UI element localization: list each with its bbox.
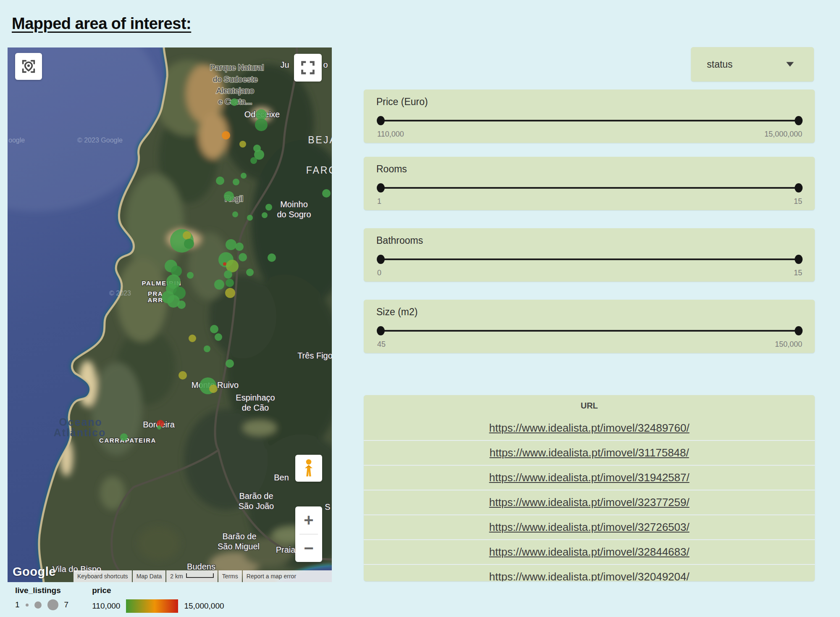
url-link[interactable]: https://www.idealista.pt/imovel/32489760…	[489, 422, 690, 435]
listing-dot[interactable]	[239, 141, 246, 148]
listing-dot[interactable]	[120, 433, 128, 441]
listing-dot[interactable]	[241, 173, 247, 179]
map-label: © 2023 Google	[77, 137, 123, 144]
url-link[interactable]: https://www.idealista.pt/imovel/32844683…	[489, 546, 690, 559]
listing-dot[interactable]	[215, 333, 222, 341]
size-range-slider[interactable]	[381, 330, 799, 332]
size-legend-min: 1	[15, 600, 20, 609]
size-slider-min-handle[interactable]	[377, 326, 385, 335]
google-logo[interactable]: Google	[13, 565, 56, 579]
bathrooms-range-slider[interactable]	[381, 258, 799, 260]
url-link[interactable]: https://www.idealista.pt/imovel/32726503…	[489, 521, 690, 534]
listing-dot[interactable]	[222, 131, 230, 140]
size-max-value: 150,000	[775, 340, 802, 349]
listing-dot[interactable]	[246, 269, 254, 276]
terms-link[interactable]: Terms	[218, 570, 242, 582]
listing-dot[interactable]	[250, 157, 257, 164]
map-label: do Sudoeste	[213, 75, 258, 84]
url-column-header: URL	[364, 395, 815, 416]
rooms-slider-min-handle[interactable]	[377, 183, 385, 192]
map-label: São Miguel	[218, 542, 260, 551]
map-label: Ju	[280, 60, 289, 69]
listing-dot[interactable]	[226, 359, 234, 368]
size-legend-max: 7	[64, 600, 69, 609]
size-legend: live_listings 1 7	[15, 586, 68, 613]
listing-dot[interactable]	[235, 243, 244, 251]
price-filter-card: Price (Euro) 110,000 15,000,000	[364, 90, 815, 143]
fullscreen-button[interactable]	[294, 54, 322, 82]
map-label: Três Figo	[297, 351, 332, 360]
report-map-error-link[interactable]: Report a map error	[243, 570, 332, 582]
listing-dot[interactable]	[223, 262, 226, 266]
rooms-slider-max-handle[interactable]	[795, 183, 803, 192]
bathrooms-slider-min-handle[interactable]	[377, 255, 385, 264]
size-legend-title: live_listings	[15, 586, 68, 595]
rooms-range-slider[interactable]	[381, 187, 799, 189]
bathrooms-slider-max-handle[interactable]	[795, 255, 803, 264]
listing-dot[interactable]	[184, 239, 194, 249]
pegman-button[interactable]	[295, 455, 322, 482]
listing-dot[interactable]	[157, 425, 161, 430]
listing-dot[interactable]	[233, 179, 239, 185]
listing-dot[interactable]	[268, 253, 276, 262]
locate-button[interactable]	[15, 53, 42, 80]
listing-dot[interactable]	[216, 177, 224, 185]
locate-pin-icon	[20, 58, 37, 75]
status-dropdown[interactable]: status	[691, 47, 814, 82]
listing-dot[interactable]	[225, 288, 235, 298]
map-label: S	[325, 502, 330, 512]
table-row: https://www.idealista.pt/imovel/32726503…	[364, 514, 815, 539]
listing-dot[interactable]	[177, 301, 186, 309]
price-range-slider[interactable]	[381, 120, 799, 121]
listing-dot[interactable]	[262, 212, 268, 218]
map-label: Praia	[276, 545, 296, 554]
size-slider-max-handle[interactable]	[795, 326, 803, 335]
listing-dot[interactable]	[224, 191, 234, 201]
listing-dot[interactable]	[189, 335, 196, 342]
map[interactable]: Parque Naturaldo SudoesteAlentejanoe Cos…	[8, 47, 332, 582]
price-slider-max-handle[interactable]	[795, 116, 803, 125]
scale-bar	[186, 573, 214, 578]
map-label: Alentejano	[216, 86, 254, 95]
map-data-label: Map Data	[133, 570, 166, 582]
map-label: São João	[239, 501, 274, 511]
map-label: Ben	[274, 473, 289, 482]
bathrooms-max-value: 15	[794, 269, 802, 277]
map-label: © 2023	[109, 290, 131, 297]
status-dropdown-label: status	[707, 59, 732, 70]
url-link[interactable]: https://www.idealista.pt/imovel/32377259…	[489, 496, 690, 509]
listing-dot[interactable]	[226, 279, 234, 287]
listing-dot[interactable]	[231, 98, 238, 106]
listing-dot[interactable]	[178, 371, 187, 380]
size-filter-card: Size (m2) 45 150,000	[364, 300, 815, 353]
listing-dot[interactable]	[226, 239, 236, 250]
listing-dot[interactable]	[187, 272, 194, 279]
url-table: URL https://www.idealista.pt/imovel/3248…	[364, 395, 815, 581]
table-row: https://www.idealista.pt/imovel/32049204…	[364, 564, 815, 581]
bathrooms-filter-card: Bathrooms 0 15	[364, 228, 815, 282]
listing-dot[interactable]	[183, 231, 191, 240]
price-slider-min-handle[interactable]	[377, 116, 385, 125]
url-link[interactable]: https://www.idealista.pt/imovel/31175848…	[489, 446, 689, 459]
listing-dot[interactable]	[322, 189, 331, 198]
listing-dot[interactable]	[214, 279, 224, 290]
color-legend: price 110,000 15,000,000	[92, 586, 224, 613]
listing-dot[interactable]	[239, 253, 247, 261]
zoom-control: + −	[295, 506, 322, 562]
url-link[interactable]: https://www.idealista.pt/imovel/31942587…	[489, 471, 690, 484]
zoom-out-button[interactable]: −	[295, 535, 322, 562]
price-min-value: 110,000	[377, 130, 404, 139]
listing-dot[interactable]	[255, 119, 268, 131]
listing-dot[interactable]	[247, 215, 253, 221]
listing-dot[interactable]	[204, 345, 210, 352]
chevron-down-icon	[786, 62, 794, 67]
listing-dot[interactable]	[209, 385, 218, 393]
listing-dot[interactable]	[210, 325, 218, 333]
listing-dot[interactable]	[232, 211, 238, 217]
listing-dot[interactable]	[224, 270, 232, 279]
listing-dot[interactable]	[265, 204, 272, 211]
url-link[interactable]: https://www.idealista.pt/imovel/32049204…	[489, 570, 690, 581]
small-dot-icon	[26, 604, 29, 606]
zoom-in-button[interactable]: +	[295, 506, 322, 534]
keyboard-shortcuts-link[interactable]: Keyboard shortcuts	[74, 570, 132, 582]
